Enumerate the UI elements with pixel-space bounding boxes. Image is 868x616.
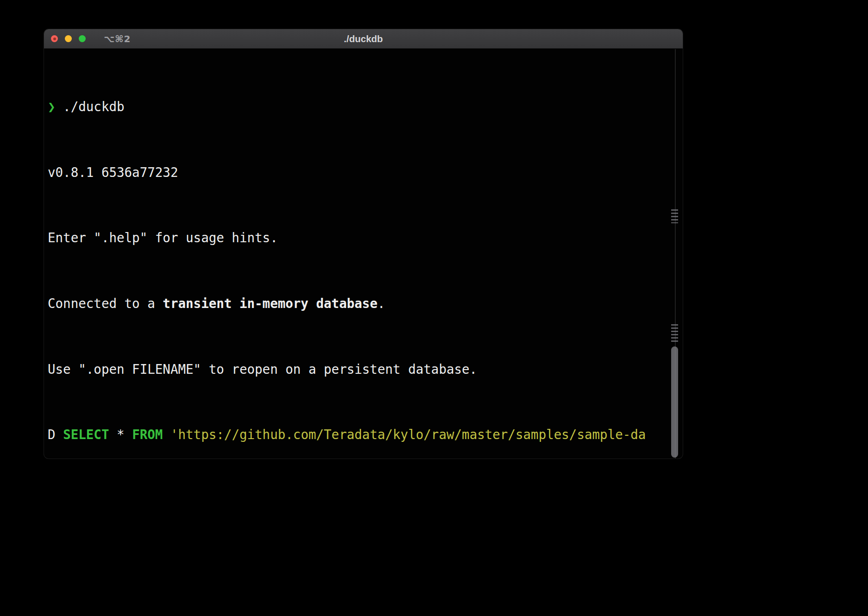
shell-command: ./duckdb	[56, 99, 125, 114]
scrollbar-mark	[671, 209, 678, 223]
prompt-chevron-icon: ❯	[48, 99, 56, 114]
terminal-content[interactable]: ❯ ./duckdb v0.8.1 6536a77232 Enter ".hel…	[44, 49, 683, 459]
query-string-literal: 'https://github.com/Teradata/kylo/raw/ma…	[163, 427, 646, 442]
help-line: Enter ".help" for usage hints.	[48, 230, 683, 246]
open-hint-line: Use ".open FILENAME" to reopen on a pers…	[48, 361, 683, 377]
window-controls	[51, 35, 86, 42]
zoom-button[interactable]	[79, 35, 86, 42]
minimize-button[interactable]	[65, 35, 72, 42]
scrollbar-mark	[671, 324, 678, 343]
terminal-window: ⌥⌘2 ./duckdb ❯ ./duckdb v0.8.1 6536a7723…	[44, 29, 683, 459]
connected-line: Connected to a transient in-memory datab…	[48, 295, 683, 312]
titlebar: ⌥⌘2 ./duckdb	[44, 29, 683, 49]
tab-shortcut-badge: ⌥⌘2	[104, 29, 131, 49]
shell-prompt-line: ❯ ./duckdb	[48, 99, 683, 115]
connected-bold-text: transient in-memory database	[163, 296, 377, 311]
query-line: D SELECT * FROM 'https://github.com/Tera…	[48, 427, 683, 443]
close-button[interactable]	[51, 35, 58, 42]
scrollbar-thumb[interactable]	[671, 346, 678, 458]
duckdb-prompt: D	[48, 427, 63, 442]
keyword-select: SELECT	[63, 427, 109, 442]
keyword-from: FROM	[132, 427, 163, 442]
window-title: ./duckdb	[344, 33, 383, 44]
version-line: v0.8.1 6536a77232	[48, 164, 683, 181]
